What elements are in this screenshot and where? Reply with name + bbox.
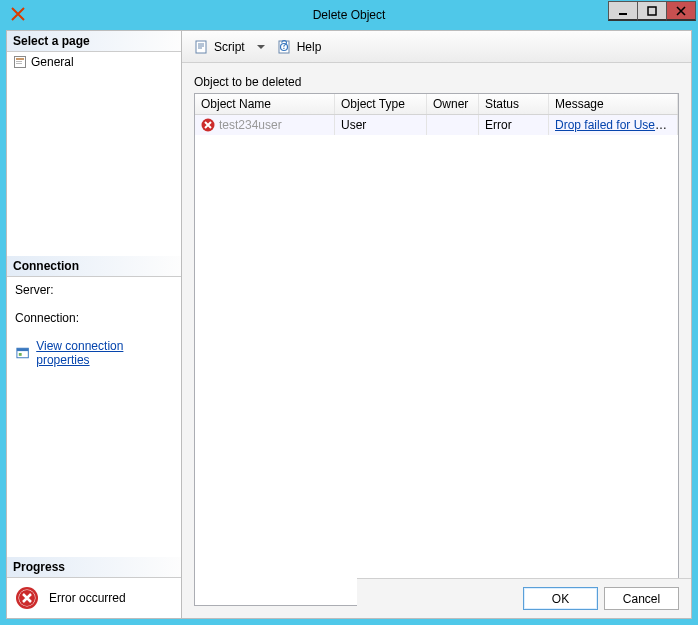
cell-owner	[427, 115, 479, 135]
row-error-icon	[201, 118, 215, 132]
sidebar: Select a page General Connection Server:…	[7, 31, 182, 618]
grid-row[interactable]: test234user User Error Drop failed for U…	[195, 115, 678, 135]
server-label: Server:	[15, 283, 173, 297]
window-title: Delete Object	[0, 8, 698, 22]
progress-header: Progress	[7, 557, 181, 578]
col-header-status[interactable]: Status	[479, 94, 549, 114]
cancel-button[interactable]: Cancel	[604, 587, 679, 610]
select-page-header: Select a page	[7, 31, 181, 52]
script-icon	[194, 39, 210, 55]
svg-rect-8	[19, 353, 22, 356]
page-item-general[interactable]: General	[7, 52, 181, 72]
connection-label: Connection:	[15, 311, 173, 325]
progress-body: Error occurred	[7, 578, 181, 618]
content-area: Object to be deleted Object Name Object …	[182, 63, 691, 618]
script-label: Script	[214, 40, 245, 54]
window-controls	[609, 1, 696, 21]
connection-body: Server: Connection: View connection prop…	[7, 277, 181, 373]
page-icon	[13, 55, 27, 69]
object-grid: Object Name Object Type Owner Status Mes…	[194, 93, 679, 606]
svg-rect-4	[16, 61, 22, 62]
page-list: General	[7, 52, 181, 72]
cell-status: Error	[479, 115, 549, 135]
error-icon	[15, 586, 39, 610]
footer: OK Cancel	[357, 578, 691, 618]
main-panel: Script ? Help Object to be deleted Objec…	[182, 31, 691, 618]
col-header-owner[interactable]: Owner	[427, 94, 479, 114]
script-button[interactable]: Script	[190, 37, 249, 57]
ok-button[interactable]: OK	[523, 587, 598, 610]
svg-rect-7	[17, 348, 28, 351]
progress-status: Error occurred	[49, 591, 126, 605]
svg-text:?: ?	[280, 39, 287, 52]
svg-rect-3	[16, 58, 24, 60]
connection-header: Connection	[7, 256, 181, 277]
help-icon: ?	[277, 39, 293, 55]
toolbar: Script ? Help	[182, 31, 691, 63]
grid-header: Object Name Object Type Owner Status Mes…	[195, 94, 678, 115]
client-area: Select a page General Connection Server:…	[6, 30, 692, 619]
maximize-button[interactable]	[637, 1, 667, 21]
help-label: Help	[297, 40, 322, 54]
help-button[interactable]: ? Help	[273, 37, 326, 57]
cell-message: Drop failed for User 'te...	[549, 115, 678, 135]
view-connection-row: View connection properties	[15, 339, 173, 367]
content-section-label: Object to be deleted	[194, 75, 679, 89]
window-icon	[10, 6, 26, 22]
cell-type: User	[335, 115, 427, 135]
sidebar-spacer	[7, 72, 181, 256]
script-dropdown-caret[interactable]	[257, 45, 265, 49]
svg-rect-0	[619, 13, 627, 15]
col-header-name[interactable]: Object Name	[195, 94, 335, 114]
minimize-button[interactable]	[608, 1, 638, 21]
view-connection-link[interactable]: View connection properties	[36, 339, 173, 367]
svg-rect-12	[196, 41, 206, 53]
sidebar-spacer-2	[7, 373, 181, 557]
cell-name-text: test234user	[219, 118, 282, 132]
col-header-message[interactable]: Message	[549, 94, 678, 114]
svg-rect-1	[648, 7, 656, 15]
properties-icon	[15, 345, 30, 361]
page-item-label: General	[31, 55, 74, 69]
close-button[interactable]	[666, 1, 696, 21]
title-bar: Delete Object	[0, 0, 698, 30]
col-header-type[interactable]: Object Type	[335, 94, 427, 114]
cell-name: test234user	[195, 115, 335, 135]
cell-message-link[interactable]: Drop failed for User 'te...	[555, 118, 678, 132]
svg-rect-5	[16, 63, 22, 64]
